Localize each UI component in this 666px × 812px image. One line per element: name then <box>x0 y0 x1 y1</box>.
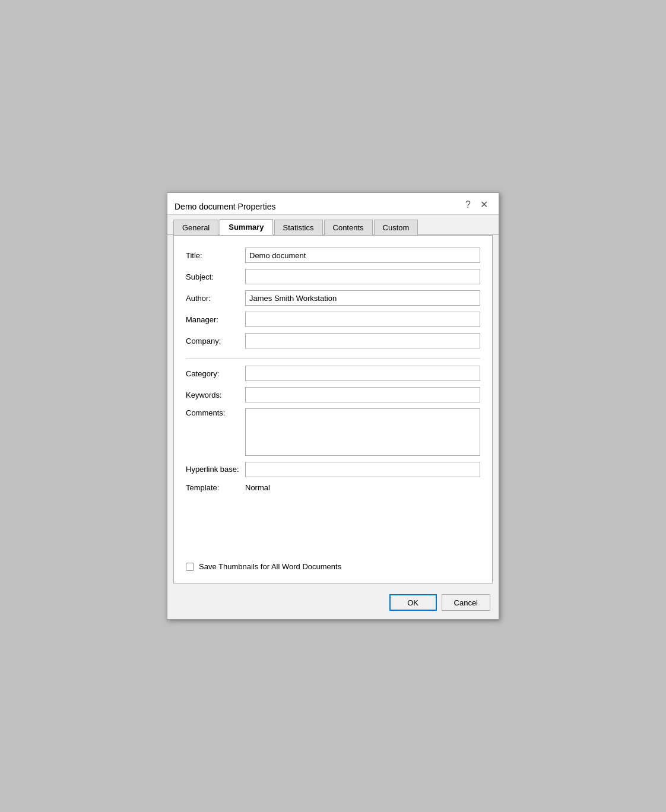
company-label: Company: <box>186 337 245 345</box>
tab-statistics[interactable]: Statistics <box>274 220 323 235</box>
title-bar-buttons: ? ✕ <box>462 199 491 214</box>
keywords-label: Keywords: <box>186 391 245 399</box>
keywords-group: Keywords: <box>186 387 480 402</box>
close-button[interactable]: ✕ <box>477 199 491 211</box>
author-label: Author: <box>186 294 245 303</box>
manager-group: Manager: <box>186 312 480 327</box>
hyperlink-label: Hyperlink base: <box>186 465 245 475</box>
document-properties-dialog: Demo document Properties ? ✕ General Sum… <box>167 192 499 620</box>
cancel-button[interactable]: Cancel <box>442 594 490 611</box>
hyperlink-group: Hyperlink base: <box>186 462 480 477</box>
help-button[interactable]: ? <box>462 199 474 211</box>
content-area: Title: Subject: Author: Manager: Company… <box>173 235 493 583</box>
template-value: Normal <box>245 483 270 492</box>
company-group: Company: <box>186 333 480 348</box>
template-row: Template: Normal <box>186 483 480 492</box>
tab-general[interactable]: General <box>173 220 218 235</box>
checkbox-row: Save Thumbnails for All Word Documents <box>186 562 480 571</box>
keywords-input[interactable] <box>245 387 480 402</box>
subject-input[interactable] <box>245 269 480 284</box>
title-input[interactable] <box>245 248 480 263</box>
comments-group: Comments: <box>186 408 480 456</box>
category-input[interactable] <box>245 366 480 381</box>
subject-label: Subject: <box>186 272 245 281</box>
manager-input[interactable] <box>245 312 480 327</box>
thumbnails-label: Save Thumbnails for All Word Documents <box>199 562 341 571</box>
thumbnails-checkbox[interactable] <box>186 563 194 571</box>
spacer <box>186 498 480 556</box>
title-group: Title: <box>186 248 480 263</box>
comments-label: Comments: <box>186 408 245 417</box>
tab-custom[interactable]: Custom <box>374 220 418 235</box>
category-group: Category: <box>186 366 480 381</box>
author-input[interactable] <box>245 290 480 306</box>
tab-summary[interactable]: Summary <box>220 219 272 235</box>
category-label: Category: <box>186 369 245 378</box>
company-input[interactable] <box>245 333 480 348</box>
title-bar: Demo document Properties ? ✕ <box>167 193 499 215</box>
tabs-row: General Summary Statistics Contents Cust… <box>167 215 499 235</box>
comments-textarea[interactable] <box>245 408 480 456</box>
ok-button[interactable]: OK <box>389 594 437 611</box>
dialog-footer: OK Cancel <box>167 589 499 619</box>
subject-group: Subject: <box>186 269 480 284</box>
manager-label: Manager: <box>186 315 245 324</box>
title-bar-left: Demo document Properties <box>175 202 275 211</box>
tab-contents[interactable]: Contents <box>324 220 373 235</box>
hyperlink-input[interactable] <box>245 462 480 477</box>
form-rows: Title: Subject: Author: Manager: Company… <box>186 248 480 498</box>
author-group: Author: <box>186 290 480 306</box>
divider <box>186 358 480 359</box>
title-label: Title: <box>186 251 245 260</box>
template-label: Template: <box>186 483 245 492</box>
dialog-title: Demo document Properties <box>175 202 275 211</box>
